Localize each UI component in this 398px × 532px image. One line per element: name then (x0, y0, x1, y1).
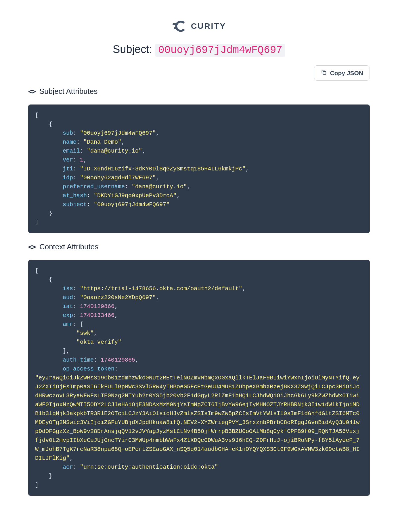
code-icon: <> (28, 88, 35, 96)
subject-attributes-code: [ { sub: "00uoyj697jJdm4wFQ697", name: "… (28, 105, 370, 233)
subject-heading: Subject: 00uoyj697jJdm4wFQ697 (28, 43, 370, 56)
details-card: CURITY Subject: 00uoyj697jJdm4wFQ697 Cop… (8, 8, 390, 516)
context-attributes-code: [ { iss: "https://trial-1478656.okta.com… (28, 260, 370, 496)
svg-rect-2 (323, 71, 326, 74)
svg-rect-0 (173, 23, 178, 25)
copy-json-button[interactable]: Copy JSON (314, 65, 370, 81)
curity-logo-icon (172, 21, 187, 32)
copy-icon (321, 69, 327, 77)
brand-logo: CURITY (28, 14, 370, 43)
brand-name: CURITY (191, 22, 226, 31)
code-icon: <> (28, 243, 35, 251)
subject-value: 00uoyj697jJdm4wFQ697 (155, 44, 285, 57)
svg-rect-1 (174, 27, 178, 29)
context-attributes-heading: <> Context Attributes (28, 242, 370, 251)
copy-json-label: Copy JSON (330, 70, 363, 77)
subject-attributes-heading: <> Subject Attributes (28, 87, 370, 96)
subject-label: Subject: (113, 43, 152, 55)
